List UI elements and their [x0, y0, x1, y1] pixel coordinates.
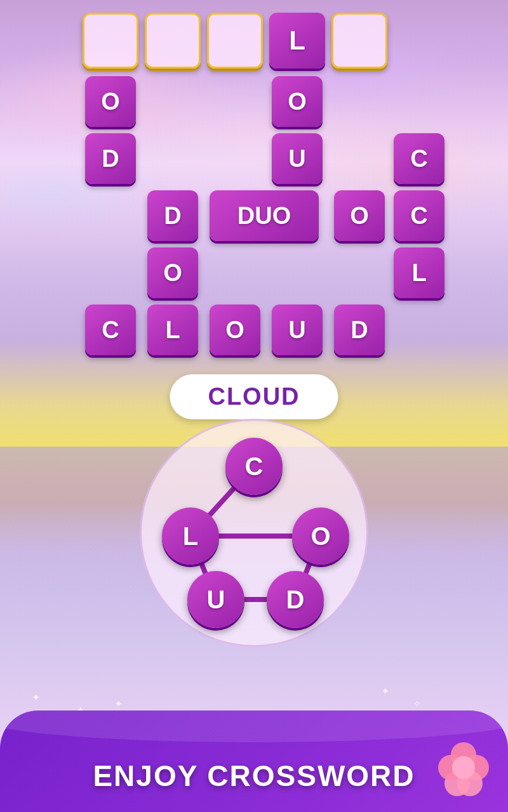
star-5: ✦: [381, 685, 389, 697]
wheel-letter-D[interactable]: D: [267, 571, 324, 628]
tile-O-r6c3[interactable]: O: [210, 304, 260, 355]
wheel-container[interactable]: C L O U D: [140, 419, 368, 647]
tile-O-r4c5[interactable]: O: [334, 190, 385, 241]
tile-U-r3c4[interactable]: U: [272, 133, 323, 184]
tile-L[interactable]: L: [269, 13, 325, 69]
wheel-letter-O[interactable]: O: [292, 508, 349, 565]
game-container: L O O D U C D DUO O C: [0, 0, 508, 812]
star-6: ✧: [413, 698, 421, 710]
tile-empty-2[interactable]: [145, 13, 201, 69]
tile-U-r6c4[interactable]: U: [272, 304, 323, 355]
tile-O-r2c1[interactable]: O: [85, 76, 136, 127]
tile-L-r5c5[interactable]: L: [394, 247, 444, 298]
svg-point-10: [452, 756, 475, 779]
tile-empty-3[interactable]: [207, 13, 263, 69]
bottom-text: ENJOY CROSSWORD: [93, 759, 415, 793]
wheel-letter-C[interactable]: C: [225, 438, 283, 495]
tile-empty-1[interactable]: [83, 13, 138, 69]
tile-D-r6c5[interactable]: D: [334, 304, 385, 355]
bottom-banner: ENJOY CROSSWORD: [0, 710, 508, 812]
wheel-letter-U[interactable]: U: [187, 571, 244, 628]
tile-C-r4c6[interactable]: C: [394, 190, 444, 241]
tile-DUO[interactable]: DUO: [210, 190, 319, 241]
crossword-area: L O O D U C D DUO O C: [0, 0, 508, 374]
tile-C-r3c5[interactable]: C: [394, 133, 444, 184]
tile-D-r4c2[interactable]: D: [147, 190, 198, 241]
tile-L-r6c2[interactable]: L: [147, 304, 198, 355]
star-1: ✦: [32, 691, 40, 704]
tile-D-r3c1[interactable]: D: [85, 133, 136, 184]
tile-O-r5c2[interactable]: O: [147, 247, 198, 298]
tile-O-r2c4[interactable]: O: [272, 76, 323, 127]
flower-decoration: [432, 736, 495, 799]
cloud-banner: CLOUD: [170, 374, 338, 419]
star-4: ✦: [114, 698, 123, 710]
tile-C-r6c1[interactable]: C: [85, 304, 136, 355]
tile-empty-5[interactable]: [331, 13, 387, 69]
wheel-letter-L[interactable]: L: [162, 508, 219, 565]
